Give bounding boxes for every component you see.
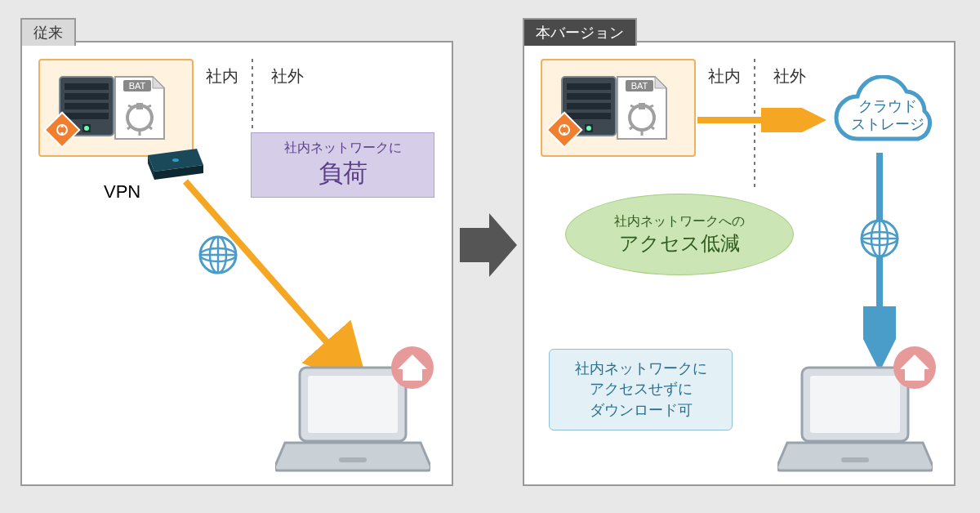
svg-rect-54 xyxy=(810,376,900,433)
svg-rect-32 xyxy=(567,93,611,100)
svg-text:BAT: BAT xyxy=(631,81,648,91)
globe-icon xyxy=(198,234,238,275)
globe-icon xyxy=(859,218,900,259)
svg-rect-31 xyxy=(567,83,611,90)
svg-rect-4 xyxy=(65,113,109,119)
callout-line1: 社内ネットワークに xyxy=(575,359,707,379)
panel-before: 従来 BAT xyxy=(20,41,453,486)
callout-line1: 社内ネットワークに xyxy=(252,140,434,157)
svg-rect-12 xyxy=(136,103,143,109)
flow-arrow-download-icon xyxy=(863,153,896,381)
svg-rect-42 xyxy=(639,103,645,109)
svg-point-17 xyxy=(172,158,179,162)
svg-line-19 xyxy=(185,181,365,386)
svg-point-6 xyxy=(84,126,89,131)
svg-point-36 xyxy=(586,126,591,131)
svg-rect-1 xyxy=(65,83,109,90)
svg-rect-26 xyxy=(308,376,398,433)
svg-rect-27 xyxy=(339,457,367,462)
svg-rect-34 xyxy=(567,113,611,119)
svg-rect-33 xyxy=(567,103,611,109)
cloud-label: クラウド ストレージ xyxy=(839,98,937,133)
ellipse-line2: アクセス低減 xyxy=(619,230,740,256)
svg-rect-3 xyxy=(65,103,109,109)
svg-marker-29 xyxy=(460,213,517,277)
svg-rect-55 xyxy=(841,457,869,462)
server-icon: BAT xyxy=(40,60,195,158)
loc-external-label: 社外 xyxy=(271,65,304,87)
panel-tab-after: 本バージョン xyxy=(523,18,637,46)
flow-arrow-cloud-icon xyxy=(697,108,836,132)
loc-internal-label: 社内 xyxy=(708,65,741,87)
vpn-label: VPN xyxy=(104,181,140,203)
panel-tab-before: 従来 xyxy=(20,18,76,46)
home-icon xyxy=(892,345,938,390)
callout-access-reduced: 社内ネットワークへの アクセス低減 xyxy=(565,194,794,275)
callout-download: 社内ネットワークに アクセスせずに ダウンロード可 xyxy=(549,349,733,430)
home-icon xyxy=(390,345,435,390)
server-icon: BAT xyxy=(542,60,697,158)
server-box: BAT xyxy=(541,59,696,157)
loc-external-label: 社外 xyxy=(773,65,806,87)
panel-after: 本バージョン BAT 社内 xyxy=(523,41,956,486)
callout-line3: ダウンロード可 xyxy=(590,400,693,421)
vpn-router-icon xyxy=(143,147,208,176)
svg-rect-2 xyxy=(65,93,109,100)
loc-internal-label: 社内 xyxy=(206,65,238,87)
transition-arrow-icon xyxy=(460,208,517,282)
callout-line2: アクセスせずに xyxy=(590,379,693,399)
server-box: BAT xyxy=(38,59,194,157)
ellipse-line1: 社内ネットワークへの xyxy=(614,213,745,230)
svg-text:BAT: BAT xyxy=(129,81,146,91)
